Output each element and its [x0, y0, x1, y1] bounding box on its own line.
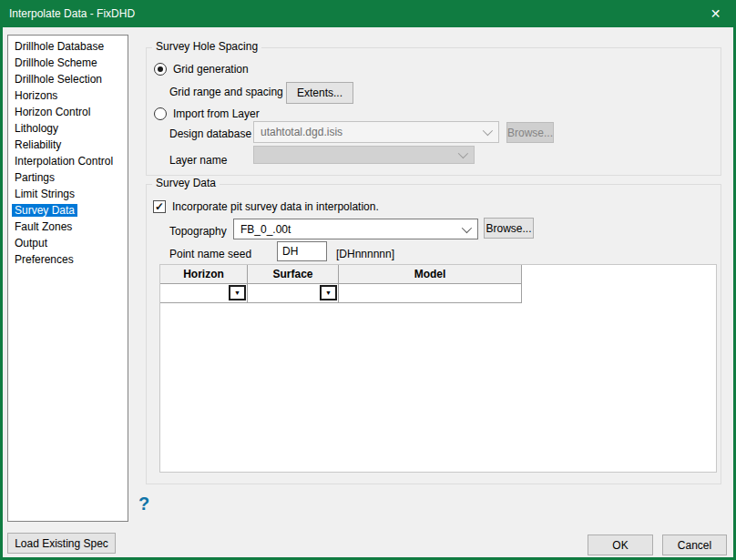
- sidebar-item-fault-zones[interactable]: Fault Zones: [12, 219, 128, 235]
- grid-generation-label: Grid generation: [173, 63, 249, 76]
- horizon-cell[interactable]: ▼: [160, 284, 248, 303]
- survey-data-group: Survey Data ✓ Incorporate pit survey dat…: [146, 184, 721, 484]
- title-bar: Interpolate Data - FixDHD ✕: [0, 0, 736, 27]
- design-database-browse-button: Browse...: [506, 122, 554, 143]
- section-list: Drillhole Database Drillhole Scheme Dril…: [7, 35, 128, 522]
- sidebar-item-limit-strings[interactable]: Limit Strings: [12, 186, 128, 202]
- column-header-surface: Surface: [248, 265, 339, 284]
- sidebar-item-horizons[interactable]: Horizons: [12, 87, 128, 104]
- load-existing-spec-button[interactable]: Load Existing Spec: [7, 533, 116, 554]
- close-icon: ✕: [710, 6, 721, 21]
- table-row: ▼ ▼: [160, 284, 716, 303]
- model-cell[interactable]: [339, 284, 522, 303]
- sidebar-item-partings[interactable]: Partings: [12, 169, 128, 186]
- incorporate-checkbox[interactable]: ✓: [153, 200, 166, 213]
- check-icon: ✓: [155, 201, 164, 212]
- survey-table: Horizon Surface Model ▼ ▼: [159, 264, 717, 473]
- import-from-layer-radio[interactable]: [154, 107, 167, 120]
- window-title: Interpolate Data - FixDHD: [9, 7, 695, 20]
- topography-combo[interactable]: FB_0_.00t: [233, 219, 478, 239]
- dropdown-arrow-icon: ▼: [234, 290, 240, 296]
- point-name-seed-label: Point name seed: [169, 248, 251, 260]
- sidebar-item-drillhole-database[interactable]: Drillhole Database: [12, 38, 128, 55]
- surface-cell[interactable]: ▼: [248, 284, 339, 303]
- sidebar-item-drillhole-selection[interactable]: Drillhole Selection: [12, 71, 128, 87]
- column-header-horizon: Horizon: [160, 265, 248, 284]
- close-button[interactable]: ✕: [695, 0, 736, 27]
- sidebar-item-survey-data[interactable]: Survey Data: [12, 202, 128, 219]
- layer-name-combo: [253, 146, 475, 164]
- import-from-layer-label: Import from Layer: [173, 107, 260, 120]
- sidebar-item-drillhole-scheme[interactable]: Drillhole Scheme: [12, 55, 128, 71]
- design-database-label: Design database: [169, 127, 251, 140]
- design-database-value: utahtotal.dgd.isis: [261, 126, 342, 138]
- sidebar-item-interpolation-control[interactable]: Interpolation Control: [12, 153, 128, 169]
- chevron-down-icon: [458, 148, 468, 158]
- sidebar-item-lithology[interactable]: Lithology: [12, 120, 128, 137]
- sidebar-item-preferences[interactable]: Preferences: [12, 251, 128, 268]
- horizon-dropdown-button[interactable]: ▼: [229, 285, 246, 300]
- survey-table-header: Horizon Surface Model: [160, 265, 716, 284]
- topography-browse-button[interactable]: Browse...: [484, 218, 534, 239]
- sidebar-item-output[interactable]: Output: [12, 235, 128, 251]
- cancel-button[interactable]: Cancel: [662, 535, 727, 555]
- survey-hole-spacing-group: Survey Hole Spacing Grid generation Grid…: [146, 47, 721, 176]
- surface-dropdown-button[interactable]: ▼: [320, 285, 337, 300]
- layer-name-label: Layer name: [169, 154, 227, 167]
- dialog-client-area: Drillhole Database Drillhole Scheme Dril…: [3, 27, 733, 557]
- extents-button[interactable]: Extents...: [286, 82, 353, 104]
- grid-range-label: Grid range and spacing: [169, 86, 283, 98]
- point-name-seed-hint: [DHnnnnnn]: [336, 248, 394, 260]
- survey-hole-spacing-title: Survey Hole Spacing: [152, 40, 261, 54]
- topography-value: FB_0_.00t: [240, 223, 291, 236]
- sidebar-item-horizon-control[interactable]: Horizon Control: [12, 104, 128, 120]
- dialog-window: Interpolate Data - FixDHD ✕ Drillhole Da…: [0, 0, 736, 560]
- topography-label: Topography: [169, 225, 227, 238]
- chevron-down-icon: [462, 222, 472, 232]
- design-database-combo: utahtotal.dgd.isis: [253, 121, 499, 143]
- column-header-model: Model: [339, 265, 522, 284]
- grid-generation-radio[interactable]: [154, 63, 167, 76]
- help-icon[interactable]: ?: [138, 494, 149, 514]
- sidebar-item-reliability[interactable]: Reliability: [12, 137, 128, 153]
- incorporate-label: Incorporate pit survey data in interpola…: [172, 200, 379, 213]
- dropdown-arrow-icon: ▼: [325, 290, 332, 296]
- point-name-seed-input[interactable]: [277, 241, 327, 261]
- ok-button[interactable]: OK: [588, 535, 653, 555]
- survey-data-title: Survey Data: [152, 177, 220, 190]
- chevron-down-icon: [483, 126, 493, 136]
